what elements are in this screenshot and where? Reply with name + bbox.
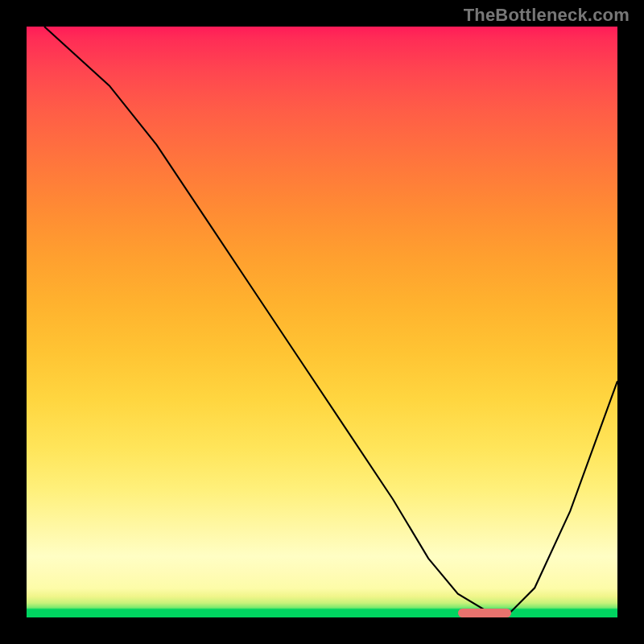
watermark-text: TheBottleneck.com <box>464 5 630 26</box>
optimal-marker <box>458 609 511 617</box>
plot-area <box>27 27 617 617</box>
chart-frame: TheBottleneck.com <box>0 0 644 644</box>
bottleneck-curve <box>44 27 617 612</box>
curve-svg <box>27 27 617 617</box>
